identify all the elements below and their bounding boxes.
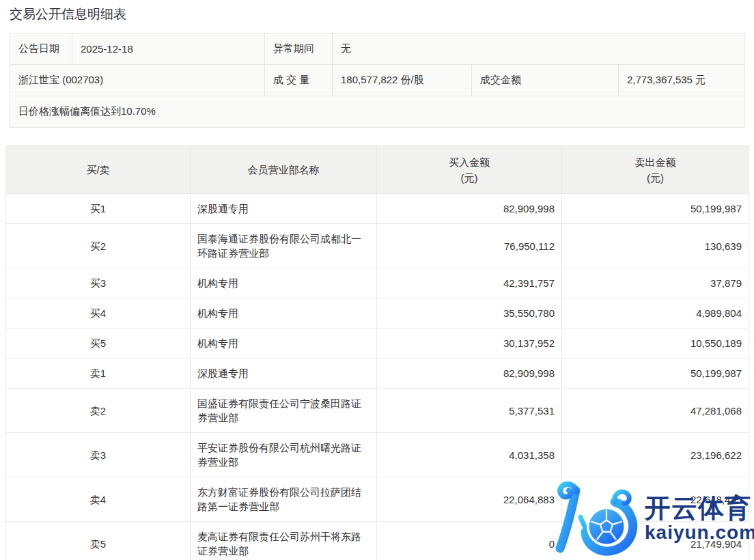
buy-amount-cell: 42,391,757 [377,268,562,298]
header-buy: 买入金额 (元) [377,146,562,194]
branch-name-cell: 深股通专用 [191,194,377,224]
side-cell: 卖4 [6,477,191,522]
side-cell: 买5 [6,328,191,359]
sell-amount-cell: 23,196,622 [562,433,749,477]
table-row: 买1 深股通专用 82,909,998 50,199,987 [6,194,749,224]
buy-amount-cell: 76,950,112 [377,224,562,268]
sell-amount-cell: 4,989,804 [562,298,749,328]
side-cell: 卖3 [6,433,191,477]
branch-name-cell: 麦高证券有限责任公司苏州干将东路证券营业部 [191,522,377,560]
buy-amount-cell: 4,031,358 [377,433,562,477]
header-sell: 卖出金额 (元) [562,146,749,194]
side-cell: 卖2 [6,389,191,433]
deviation-note: 日价格涨幅偏离值达到10.70% [10,96,745,128]
volume-value: 180,577,822 份/股 [333,65,472,96]
turnover-label: 成交金额 [472,65,619,96]
announce-date-value: 2025-12-18 [72,33,265,65]
branch-name-cell: 机构专用 [191,328,377,359]
header-sell-line2: (元) [562,170,749,186]
abnormal-period-label: 异常期间 [265,33,333,65]
table-row: 卖2 国盛证券有限责任公司宁波桑田路证券营业部 5,377,531 47,281… [6,389,749,433]
stock-name: 浙江世宝 (002703) [10,65,265,96]
side-cell: 卖5 [6,522,191,560]
sell-amount-cell: 50,199,987 [562,359,749,389]
sell-amount-cell: 47,281,068 [562,389,749,433]
table-row: 买4 机构专用 35,550,780 4,989,804 [6,298,749,328]
kaiyun-logo-icon [555,481,642,557]
side-cell: 买1 [6,194,191,224]
abnormal-period-value: 无 [333,33,745,65]
watermark-text: 开云体育 kaiyun.com [645,494,754,544]
turnover-value: 2,773,367,535 元 [619,65,745,96]
watermark-brand-text: 开云体育 [645,494,754,522]
summary-row-note: 日价格涨幅偏离值达到10.70% [10,96,745,128]
page-title: 交易公开信息明细表 [0,0,754,23]
table-row: 卖1 深股通专用 82,909,998 50,199,987 [6,359,749,389]
buy-amount-cell: 0 [377,522,562,560]
side-cell: 买2 [6,224,191,268]
buy-amount-cell: 82,909,998 [377,194,562,224]
watermark[interactable]: 开云体育 kaiyun.com [555,481,754,557]
branch-name-cell: 机构专用 [191,268,377,298]
buy-amount-cell: 35,550,780 [377,298,562,328]
header-branch: 会员营业部名称 [191,146,377,194]
trade-table-header-row: 买/卖 会员营业部名称 买入金额 (元) 卖出金额 (元) [6,146,749,194]
sell-amount-cell: 10,550,189 [562,328,749,359]
sell-amount-cell: 50,199,987 [562,194,749,224]
sell-amount-cell: 130,639 [562,224,749,268]
branch-name-cell: 机构专用 [191,298,377,328]
header-buy-line1: 买入金额 [377,154,561,170]
branch-name-cell: 国泰海通证券股份有限公司成都北一环路证券营业部 [191,224,377,268]
announce-date-label: 公告日期 [10,33,72,65]
branch-name-cell: 东方财富证券股份有限公司拉萨团结路第一证券营业部 [191,477,377,522]
header-sell-line1: 卖出金额 [562,154,749,170]
buy-amount-cell: 22,064,883 [377,477,562,522]
side-cell: 卖1 [6,359,191,389]
table-row: 买3 机构专用 42,391,757 37,879 [6,268,749,298]
table-row: 买2 国泰海通证券股份有限公司成都北一环路证券营业部 76,950,112 13… [6,224,749,268]
table-row: 买5 机构专用 30,137,952 10,550,189 [6,328,749,359]
header-side: 买/卖 [6,146,191,194]
buy-amount-cell: 30,137,952 [377,328,562,359]
buy-amount-cell: 5,377,531 [377,389,562,433]
side-cell: 买3 [6,268,191,298]
header-buy-line2: (元) [377,170,561,186]
side-cell: 买4 [6,298,191,328]
summary-row-stock: 浙江世宝 (002703) 成 交 量 180,577,822 份/股 成交金额… [10,65,745,96]
branch-name-cell: 国盛证券有限责任公司宁波桑田路证券营业部 [191,389,377,433]
summary-row-date: 公告日期 2025-12-18 异常期间 无 [10,33,745,65]
buy-amount-cell: 82,909,998 [377,359,562,389]
table-row: 卖3 平安证券股份有限公司杭州曙光路证券营业部 4,031,358 23,196… [6,433,749,477]
watermark-url-text: kaiyun.com [645,522,754,544]
branch-name-cell: 深股通专用 [191,359,377,389]
sell-amount-cell: 37,879 [562,268,749,298]
summary-table: 公告日期 2025-12-18 异常期间 无 浙江世宝 (002703) 成 交… [10,33,745,128]
volume-label: 成 交 量 [265,65,333,96]
branch-name-cell: 平安证券股份有限公司杭州曙光路证券营业部 [191,433,377,477]
